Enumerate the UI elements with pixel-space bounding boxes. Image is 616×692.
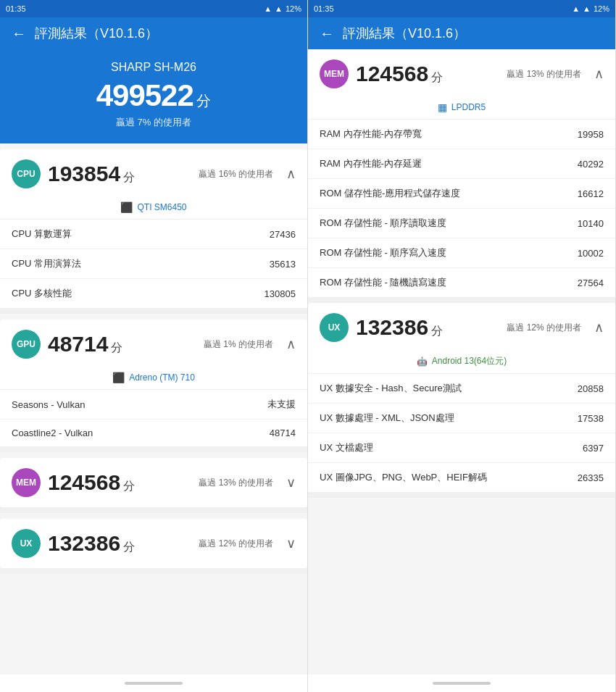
status-right-left: ▲ ▲ 12% [264,4,301,13]
ux-android-row: 🤖 Android 13(64位元) [308,352,615,374]
ux-chip-label: Android 13(64位元) [432,355,507,367]
gpu-score-main: 48714 分 [48,332,196,357]
gpu-chip-row: ⬛ Adreno (TM) 710 [0,369,307,390]
home-bar-right [308,675,615,692]
cpu-row-1: CPU 常用演算法 35613 [0,249,307,279]
ux-badge-left: UX [12,529,41,558]
mem-row-5: ROM 存儲性能 - 隨機讀寫速度 27564 [308,268,615,297]
battery-right: 12% [594,4,609,13]
gpu-row-1: Coastline2 - Vulkan 48714 [0,420,307,446]
divider-right-1 [308,297,615,303]
mem-label-3: ROM 存儲性能 - 順序讀取速度 [320,217,447,230]
ux-row-1: UX 數據處理 - XML、JSON處理 17538 [308,404,615,433]
divider-3 [0,507,307,513]
ux-label-1: UX 數據處理 - XML、JSON處理 [320,412,454,425]
ux-score-main-right: 132386 分 [356,315,499,340]
mem-score-fen-left: 分 [123,479,135,494]
ux-chevron-down: ∨ [286,535,296,551]
ux-value-1: 17538 [578,413,604,424]
device-name: SHARP SH-M26 [0,61,307,74]
mem-score-fen-right: 分 [431,70,443,86]
ux-score-fen-left: 分 [123,540,135,555]
mem-value-0: 19958 [578,129,604,140]
wifi-icon: ▲ [264,4,272,13]
ux-score-fen-right: 分 [431,324,443,339]
status-bar-left: 01:35 ▲ ▲ 12% [0,0,307,17]
cpu-card: CPU 193854 分 贏過 16% 的使用者 ∧ ⬛ QTI SM6450 … [0,149,307,308]
mem-row-0: RAM 內存性能-內存帶寬 19958 [308,120,615,149]
cpu-row-2: CPU 多核性能 130805 [0,279,307,308]
total-score: 499522 [96,78,193,112]
gpu-card: GPU 48714 分 贏過 1% 的使用者 ∧ ⬛ Adreno (TM) 7… [0,320,307,446]
mem-chevron-down: ∨ [286,475,296,491]
home-indicator-right [433,682,491,685]
mem-percentile-right: 贏過 13% 的使用者 [507,68,581,80]
ux-card-right: UX 132386 分 贏過 12% 的使用者 ∧ 🤖 Android 13(6… [308,303,615,492]
header-title-right: 評測結果（V10.1.6） [343,25,466,42]
cpu-row-0: CPU 算數運算 27436 [0,220,307,249]
right-panel: 01:35 ▲ ▲ 12% ← 評測結果（V10.1.6） MEM 124568… [308,0,616,692]
signal-icon-right: ▲ [583,4,591,13]
mem-row-1: RAM 內存性能-內存延遲 40292 [308,149,615,179]
mem-badge-right: MEM [320,59,349,88]
mem-label-0: RAM 內存性能-內存帶寬 [320,128,422,141]
mem-value-3: 10140 [578,218,604,229]
mem-card-right: MEM 124568 分 贏過 13% 的使用者 ∧ ▦ LPDDR5 RAM … [308,49,615,297]
gpu-percentile: 贏過 1% 的使用者 [204,338,273,351]
bottom-spacer-left [0,568,307,574]
left-scroll[interactable]: CPU 193854 分 贏過 16% 的使用者 ∧ ⬛ QTI SM6450 … [0,143,307,675]
ux-label-3: UX 圖像JPG、PNG、WebP、HEIF解碼 [320,471,487,484]
cpu-value-2: 130805 [265,288,296,299]
mem-score-main-right: 124568 分 [356,62,499,86]
cpu-chip-row: ⬛ QTI SM6450 [0,199,307,220]
gpu-chip-icon: ⬛ [112,372,125,383]
mem-score-right: 124568 [356,62,428,86]
signal-icon: ▲ [275,4,283,13]
ux-chevron-up: ∧ [594,320,604,335]
cpu-value-0: 27436 [270,229,296,240]
mem-value-2: 16612 [578,188,604,199]
divider-1 [0,308,307,314]
mem-header-left: MEM 124568 分 贏過 13% 的使用者 ∨ [0,458,307,507]
mem-label-4: ROM 存儲性能 - 順序寫入速度 [320,246,447,259]
gpu-row-0: Seasons - Vulkan 未支援 [0,390,307,420]
back-button-left[interactable]: ← [12,25,26,42]
status-right-right: ▲ ▲ 12% [572,4,609,13]
mem-chevron-up: ∧ [594,66,604,82]
ux-value-3: 26335 [578,472,604,483]
mem-label-5: ROM 存儲性能 - 隨機讀寫速度 [320,276,447,289]
mem-card-left: MEM 124568 分 贏過 13% 的使用者 ∨ [0,458,307,507]
gpu-score: 48714 [48,332,108,357]
cpu-chip-icon: ⬛ [120,201,133,213]
mem-score-main-left: 124568 分 [48,470,191,495]
gpu-header: GPU 48714 分 贏過 1% 的使用者 ∧ [0,320,307,369]
ux-row-3: UX 圖像JPG、PNG、WebP、HEIF解碼 26335 [308,463,615,492]
gpu-label-1: Coastline2 - Vulkan [12,428,93,438]
back-button-right[interactable]: ← [320,25,334,42]
mem-chip-icon: ▦ [438,101,447,113]
mem-score-left: 124568 [48,470,120,495]
right-scroll[interactable]: MEM 124568 分 贏過 13% 的使用者 ∧ ▦ LPDDR5 RAM … [308,49,615,675]
gpu-score-fen: 分 [111,341,122,356]
cpu-score: 193854 [48,162,120,186]
mem-row-2: ROM 儲存性能-應用程式儲存速度 16612 [308,179,615,209]
cpu-score-main: 193854 分 [48,162,191,186]
gpu-chevron-up: ∧ [286,336,296,352]
total-score-label: 分 [196,93,211,109]
ux-score-right: 132386 [356,315,428,340]
ux-score-main-left: 132386 分 [48,531,191,556]
gpu-value-0: 未支援 [267,398,296,411]
status-time-left: 01:35 [6,4,26,13]
ux-header-right: UX 132386 分 贏過 12% 的使用者 ∧ [308,303,615,352]
mem-label-1: RAM 內存性能-內存延遲 [320,157,422,170]
gpu-value-1: 48714 [270,428,296,438]
cpu-label-2: CPU 多核性能 [12,287,72,300]
cpu-chevron-up: ∧ [286,166,296,182]
bottom-spacer-right [308,492,615,498]
ux-label-0: UX 數據安全 - Hash、Secure測試 [320,382,462,395]
home-indicator-left [125,682,183,685]
ux-header-left: UX 132386 分 贏過 12% 的使用者 ∨ [0,519,307,568]
cpu-label-0: CPU 算數運算 [12,228,72,241]
total-percentile: 贏過 7% 的使用者 [0,116,307,129]
mem-label-2: ROM 儲存性能-應用程式儲存速度 [320,187,460,200]
